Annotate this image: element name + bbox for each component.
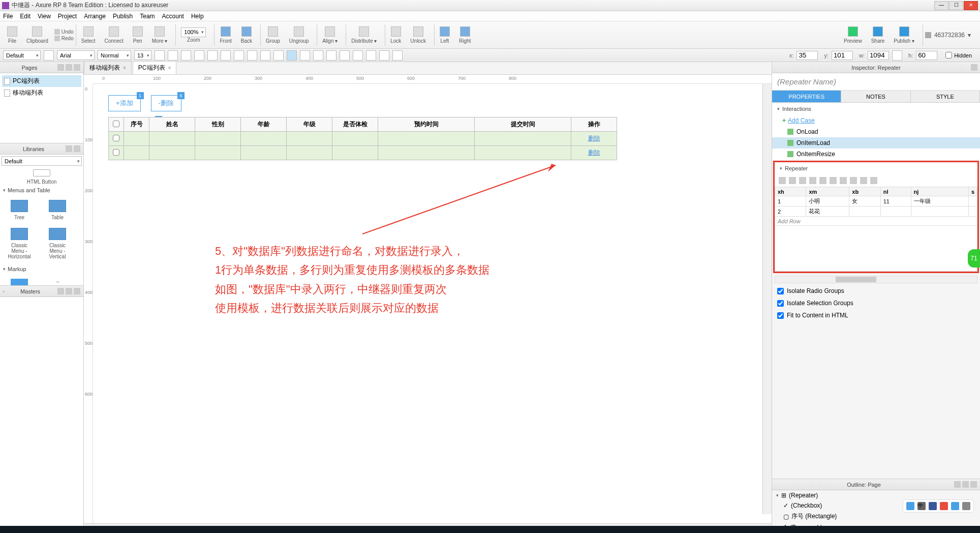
ext-icon[interactable]: 中 — [917, 502, 926, 510]
bold-button[interactable] — [155, 50, 165, 61]
shadow-button[interactable] — [366, 50, 376, 61]
outline-search-icon[interactable] — [970, 481, 977, 488]
close-button[interactable]: ✕ — [964, 1, 978, 10]
lib-cat-menus[interactable]: ▾Menus and Table — [0, 186, 83, 195]
tb-clipboard[interactable]: Clipboard — [23, 26, 51, 44]
data-table[interactable]: 序号 姓名 性别 年龄 年级 是否体检 预约时间 提交时间 操作 删除 删除 — [108, 117, 617, 160]
repeater-name[interactable]: (Repeater Name) — [772, 73, 980, 91]
gear-icon[interactable] — [962, 502, 970, 510]
tb-zoom[interactable]: 100%Zoom — [178, 27, 209, 43]
taskbar[interactable] — [0, 526, 980, 533]
rt-icon[interactable] — [779, 177, 786, 184]
linew-button[interactable] — [313, 50, 323, 61]
close-icon[interactable]: × — [168, 65, 171, 71]
y-input[interactable] — [832, 51, 853, 60]
tab-mobile[interactable]: 移动端列表× — [84, 61, 132, 74]
rt-icon[interactable] — [789, 177, 796, 184]
col[interactable]: xb — [849, 187, 880, 196]
tb-publish[interactable]: Publish ▾ — [891, 26, 917, 44]
tb-more[interactable]: More ▾ — [149, 26, 171, 44]
browser-extension-bar[interactable]: 中 — [903, 499, 974, 513]
add-row[interactable]: Add Row — [775, 217, 977, 226]
lib-vmenu[interactable]: Classic Menu - Vertical — [42, 228, 73, 259]
ext-icon[interactable] — [940, 502, 948, 510]
check-isolate-sel[interactable]: Isolate Selection Groups — [772, 297, 980, 309]
outline-item[interactable]: ▾⊞(Repeater) — [772, 490, 980, 500]
menu-publish[interactable]: Publish — [113, 13, 133, 20]
lib-tree[interactable]: Tree — [4, 200, 35, 220]
checkbox-icon[interactable] — [113, 121, 119, 127]
underline-button[interactable] — [181, 50, 191, 61]
table-row[interactable]: 删除 — [109, 132, 617, 146]
user-account[interactable]: 463732836▾ — [925, 32, 971, 39]
style-combo[interactable]: Default — [3, 50, 41, 60]
menu-file[interactable]: File — [3, 13, 13, 20]
tab-notes[interactable]: NOTES — [841, 91, 910, 102]
repeater-data-grid[interactable]: xh xm xb nl nj s 1小明女11一年级 2花花 Add Row — [775, 187, 977, 272]
float-badge[interactable]: 71 — [968, 249, 980, 268]
hidden-check[interactable]: Hidden — [945, 52, 972, 58]
tb-back[interactable]: Back — [238, 26, 255, 44]
pages-folder-icon[interactable] — [66, 64, 72, 71]
zoom-combo[interactable]: 100% — [181, 27, 206, 37]
th-check[interactable] — [109, 117, 124, 132]
maximize-button[interactable]: ☐ — [949, 1, 963, 10]
x-input[interactable] — [797, 51, 818, 60]
undo-button[interactable]: Undo — [54, 29, 74, 35]
checkbox-icon[interactable] — [113, 149, 119, 156]
tb-front[interactable]: Front — [217, 26, 234, 44]
rt-icon[interactable] — [850, 177, 857, 184]
col[interactable]: xm — [806, 187, 849, 196]
rt-icon[interactable] — [860, 177, 867, 184]
valign-t-button[interactable] — [247, 50, 257, 61]
ext-icon[interactable] — [951, 502, 959, 510]
libs-menu-icon[interactable] — [66, 145, 72, 152]
menu-account[interactable]: Account — [162, 13, 184, 20]
rt-icon[interactable] — [819, 177, 826, 184]
arrow-button[interactable] — [340, 50, 350, 61]
align-l-button[interactable] — [207, 50, 218, 61]
tb-left[interactable]: Left — [437, 26, 453, 44]
menu-help[interactable]: Help — [191, 13, 204, 20]
lib-snapshot[interactable] — [4, 279, 35, 286]
data-row[interactable]: 2花花 — [775, 206, 977, 217]
masters-add-icon[interactable] — [57, 288, 64, 294]
outer-button[interactable] — [379, 50, 389, 61]
lib-arrow[interactable]: → — [42, 279, 73, 286]
col[interactable]: nl — [880, 187, 911, 196]
tab-properties[interactable]: PROPERTIES — [772, 91, 841, 102]
event-onload[interactable]: OnLoad — [772, 126, 980, 137]
menu-team[interactable]: Team — [140, 13, 155, 20]
row-delete-link[interactable]: 删除 — [588, 135, 600, 142]
canvas-del-button[interactable]: -删除6 — [151, 95, 181, 111]
valign-m-button[interactable] — [260, 50, 270, 61]
close-icon[interactable]: × — [123, 65, 126, 71]
check-fit-html[interactable]: Fit to Content in HTML — [772, 309, 980, 321]
lib-table[interactable]: Table — [42, 200, 73, 220]
add-case-link[interactable]: +Add Case — [772, 115, 980, 126]
tb-pen[interactable]: Pen — [130, 26, 146, 44]
checkbox-icon[interactable] — [113, 135, 119, 141]
valign-b-button[interactable] — [273, 50, 284, 61]
col[interactable]: s — [968, 187, 977, 196]
tb-right[interactable]: Right — [456, 26, 474, 44]
rt-icon[interactable] — [830, 177, 837, 184]
h-input[interactable] — [916, 51, 937, 60]
outline-sort-icon[interactable] — [954, 481, 961, 488]
w-input[interactable] — [868, 51, 889, 60]
rt-icon[interactable] — [799, 177, 806, 184]
size-combo[interactable]: 13 — [134, 50, 151, 60]
line-button[interactable] — [300, 50, 310, 61]
data-row[interactable]: 1小明女11一年级 — [775, 196, 977, 206]
menu-view[interactable]: View — [38, 13, 51, 20]
lib-selector[interactable]: Default — [2, 156, 82, 166]
ext-icon[interactable] — [929, 502, 937, 510]
corner-button[interactable] — [353, 50, 363, 61]
style-apply-icon[interactable] — [44, 50, 54, 61]
rt-icon[interactable] — [840, 177, 847, 184]
note-badge[interactable]: 1 — [137, 92, 144, 99]
tb-connect[interactable]: Connect — [102, 26, 127, 44]
outline-filter-icon[interactable] — [962, 481, 969, 488]
ext-icon[interactable] — [906, 502, 914, 510]
lib-hmenu[interactable]: Classic Menu - Horizontal — [4, 228, 35, 259]
